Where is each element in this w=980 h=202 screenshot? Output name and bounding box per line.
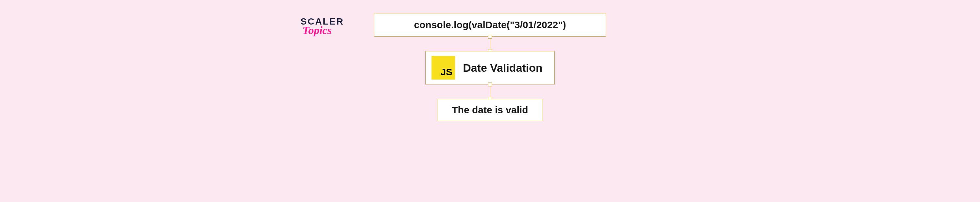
result-text: The date is valid (452, 104, 528, 115)
js-icon: JS (431, 56, 455, 80)
code-text: console.log(valDate("3/01/2022") (414, 19, 566, 30)
connector-bottom (490, 85, 490, 99)
flow-diagram: console.log(valDate("3/01/2022") JS Date… (374, 13, 606, 121)
validation-label: Date Validation (463, 61, 542, 74)
logo-topics-text: Topics (302, 24, 332, 37)
js-badge-text: JS (440, 66, 452, 78)
brand-logo: SCALER Topics (301, 16, 344, 37)
code-input-box: console.log(valDate("3/01/2022") (374, 13, 606, 37)
connector-top (490, 37, 490, 51)
result-box: The date is valid (437, 99, 542, 121)
validation-step-box: JS Date Validation (425, 51, 555, 85)
